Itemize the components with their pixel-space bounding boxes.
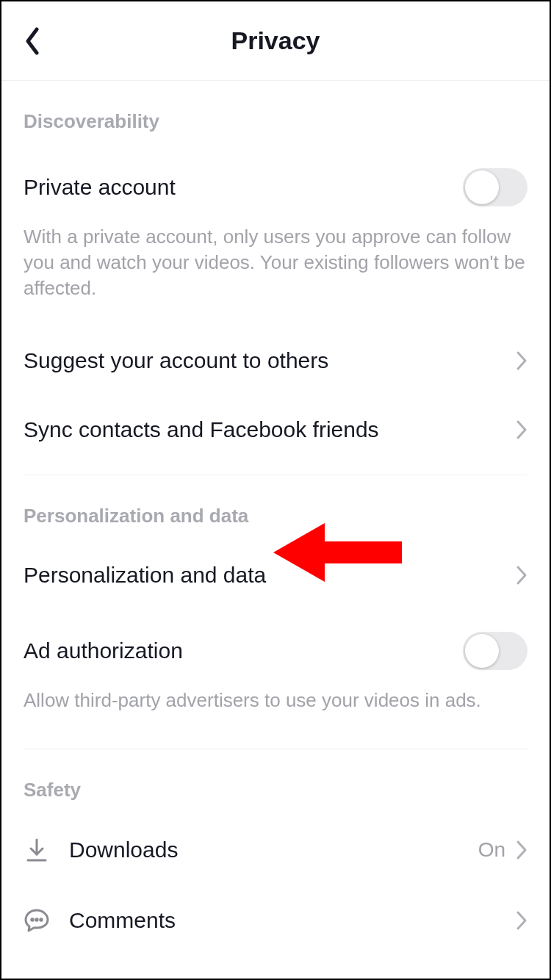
chevron-right-icon xyxy=(516,350,527,371)
row-following-list[interactable]: Following list Everyone xyxy=(1,956,550,980)
svg-point-4 xyxy=(40,919,42,920)
section-header-safety: Safety xyxy=(1,749,550,815)
row-suggest-account[interactable]: Suggest your account to others xyxy=(1,326,550,395)
download-icon xyxy=(24,837,50,863)
row-downloads[interactable]: Downloads On xyxy=(1,815,550,885)
downloads-value: On xyxy=(478,838,505,862)
private-account-desc: With a private account, only users you a… xyxy=(24,224,527,301)
row-ad-authorization[interactable]: Ad authorization xyxy=(1,610,550,680)
header-bar: Privacy xyxy=(1,1,550,81)
svg-point-3 xyxy=(36,919,37,920)
chevron-left-icon xyxy=(24,26,41,56)
row-personalization-data[interactable]: Personalization and data xyxy=(1,541,550,610)
personalization-data-label: Personalization and data xyxy=(24,563,516,588)
row-sync-contacts[interactable]: Sync contacts and Facebook friends xyxy=(1,395,550,464)
chevron-right-icon xyxy=(516,419,527,440)
svg-point-2 xyxy=(32,919,33,920)
ad-authorization-desc: Allow third-party advertisers to use you… xyxy=(24,688,481,713)
comments-label: Comments xyxy=(69,908,516,933)
settings-content: Discoverability Private account With a p… xyxy=(1,81,550,980)
sync-contacts-label: Sync contacts and Facebook friends xyxy=(24,417,516,442)
private-account-label: Private account xyxy=(24,175,463,200)
row-private-account[interactable]: Private account xyxy=(1,146,550,217)
chevron-right-icon xyxy=(516,840,527,860)
downloads-label: Downloads xyxy=(69,837,478,862)
page-title: Privacy xyxy=(231,26,320,55)
chevron-right-icon xyxy=(516,565,527,586)
ad-authorization-toggle[interactable] xyxy=(463,632,527,670)
chevron-right-icon xyxy=(516,910,527,931)
back-button[interactable] xyxy=(16,1,48,80)
suggest-account-label: Suggest your account to others xyxy=(24,348,516,373)
ad-authorization-label: Ad authorization xyxy=(24,638,463,663)
comment-icon xyxy=(24,907,50,934)
section-header-discoverability: Discoverability xyxy=(1,81,550,146)
private-account-toggle[interactable] xyxy=(463,168,527,206)
row-comments[interactable]: Comments xyxy=(1,885,550,956)
section-header-personalization: Personalization and data xyxy=(1,475,550,541)
